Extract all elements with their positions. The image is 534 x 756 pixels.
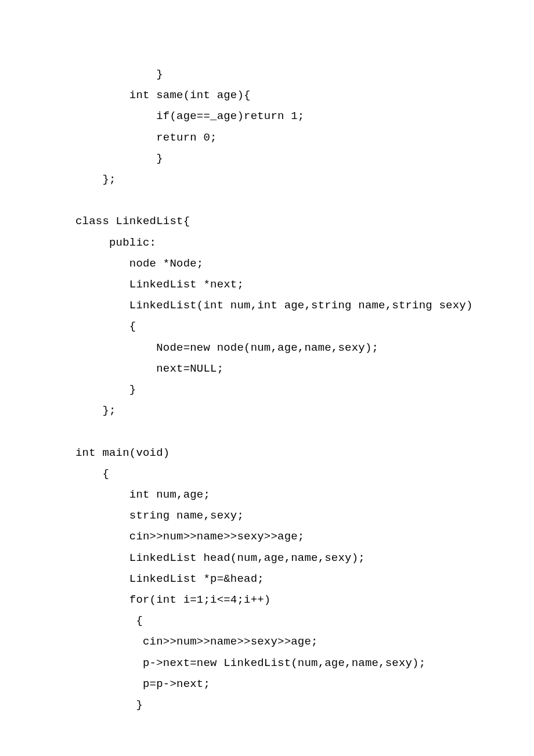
- code-line: for(int i=1;i<=4;i++): [75, 593, 270, 606]
- code-line: int same(int age){: [75, 89, 251, 102]
- code-line: }: [75, 152, 163, 165]
- code-line: int num,age;: [75, 488, 210, 501]
- code-line: int main(void): [75, 447, 169, 459]
- code-line: {: [75, 320, 136, 333]
- code-line: Node=new node(num,age,name,sexy);: [75, 341, 378, 354]
- code-line: }: [75, 383, 136, 396]
- code-line: class LinkedList{: [75, 215, 190, 228]
- code-line: cin>>num>>name>>sexy>>age;: [75, 635, 318, 648]
- code-line: {: [75, 614, 143, 627]
- code-line: string name,sexy;: [75, 509, 244, 522]
- code-line: };: [75, 404, 116, 417]
- code-line: {: [75, 467, 109, 480]
- code-line: LinkedList head(num,age,name,sexy);: [75, 552, 365, 564]
- code-line: if(age==_age)return 1;: [75, 110, 304, 123]
- code-block: } int same(int age){ if(age==_age)return…: [0, 0, 534, 715]
- code-line: return 0;: [75, 131, 217, 144]
- code-line: }: [75, 699, 143, 711]
- code-line: LinkedList(int num,int age,string name,s…: [75, 299, 473, 312]
- code-line: LinkedList *next;: [75, 278, 244, 291]
- code-line: public:: [75, 236, 156, 249]
- code-line: };: [75, 173, 116, 186]
- code-line: cin>>num>>name>>sexy>>age;: [75, 530, 304, 543]
- code-line: node *Node;: [75, 257, 203, 270]
- code-line: p=p->next;: [75, 678, 210, 690]
- code-line: }: [75, 68, 163, 81]
- code-line: next=NULL;: [75, 362, 223, 375]
- code-line: LinkedList *p=&head;: [75, 573, 264, 585]
- code-line: p->next=new LinkedList(num,age,name,sexy…: [75, 657, 425, 669]
